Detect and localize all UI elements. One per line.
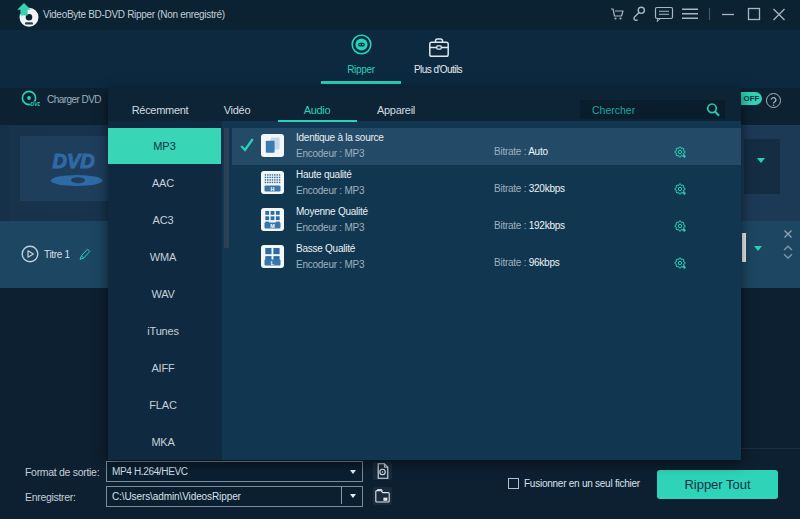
svg-text:M: M	[270, 223, 275, 229]
svg-text:DVD: DVD	[31, 101, 40, 107]
svg-text:DVD: DVD	[53, 150, 95, 172]
svg-text:H: H	[271, 186, 275, 192]
